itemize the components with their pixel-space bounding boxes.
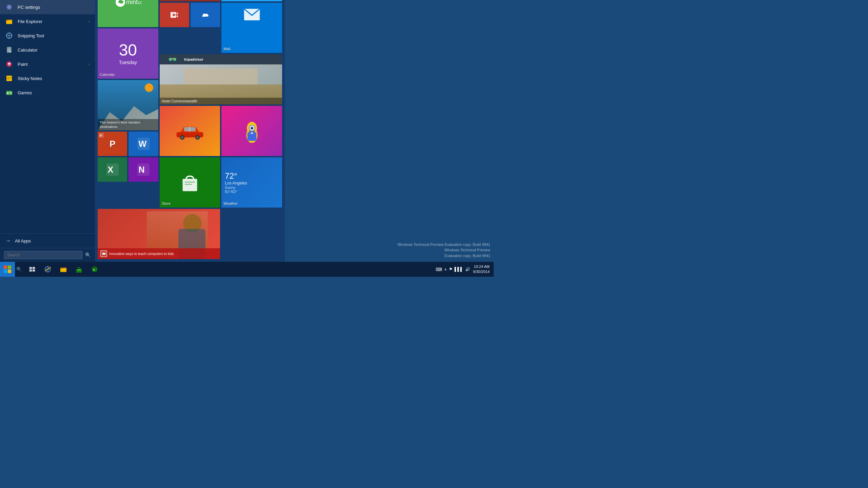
tile-cars[interactable] (160, 106, 220, 156)
svg-rect-95 (185, 184, 192, 184)
svg-rect-46 (7, 93, 9, 94)
menu-item-pc-settings[interactable]: PC settings (0, 0, 95, 14)
svg-rect-97 (33, 267, 35, 269)
svg-rect-32 (7, 51, 8, 52)
store-tile-label: Store (162, 201, 171, 206)
tile-weather[interactable]: 72° Los Angeles Sunny 81°/62° Weather (221, 157, 282, 208)
svg-point-48 (11, 93, 12, 94)
tile-tripadvisor[interactable]: tripadvisor Hotel Commonwealth (160, 54, 282, 104)
tile-onenote[interactable]: N (129, 157, 158, 182)
flag-icon[interactable]: ⚑ (449, 267, 453, 272)
tile-excel[interactable]: X (98, 157, 127, 182)
tile-minions[interactable] (221, 106, 282, 156)
svg-text:mint: mint (126, 0, 138, 5)
taskbar-app-icons: X (25, 262, 102, 277)
taskbar-internet-explorer[interactable] (40, 262, 55, 277)
weather-tile-label: Weather (223, 201, 237, 206)
svg-text:W: W (139, 139, 147, 149)
volume-icon[interactable]: 🔊 (465, 267, 470, 272)
start-menu: Antonio Onio ⏻ Documents (0, 0, 285, 262)
windows-logo (4, 266, 11, 273)
menu-item-sticky-notes[interactable]: Sticky Notes (0, 71, 95, 85)
paint-chevron: › (88, 62, 90, 66)
svg-rect-22 (6, 20, 9, 21)
system-icons: ⌨ ∧ ⚑ ▌▌▌ 🔊 (436, 267, 471, 272)
menu-items-list: Documents Pictures (0, 0, 95, 233)
vacation-tile-label: This Season's Best Vacation Destinations (98, 119, 158, 130)
tile-mail[interactable]: Mail (221, 3, 282, 53)
taskbar: 🔍 (0, 262, 494, 277)
svg-rect-98 (29, 270, 32, 272)
svg-rect-43 (7, 79, 10, 80)
svg-point-62 (172, 58, 173, 60)
taskbar-store[interactable] (72, 262, 86, 277)
svg-rect-94 (185, 182, 195, 182)
all-apps-arrow: → (5, 238, 11, 244)
tile-powerpoint[interactable]: P P (98, 132, 127, 156)
weather-range: 81°/62° (225, 190, 237, 194)
up-arrow-icon[interactable]: ∧ (444, 267, 447, 272)
svg-rect-106 (79, 270, 81, 270)
taskbar-file-explorer[interactable] (56, 262, 71, 277)
tile-calendar[interactable]: 30 Tuesday Calendar (98, 28, 158, 79)
calendar-tile-label: Calendar (100, 73, 115, 77)
svg-rect-73 (189, 127, 190, 132)
taskbar-search-icon: 🔍 (15, 267, 23, 272)
svg-point-47 (10, 92, 11, 93)
svg-rect-99 (33, 270, 35, 272)
tile-reading[interactable]: 📖 Innovative ways to teach computers to … (98, 209, 220, 259)
menu-item-paint[interactable]: Paint › (0, 57, 95, 71)
file-explorer-chevron: › (88, 20, 90, 23)
svg-point-39 (8, 63, 10, 65)
games-icon (5, 89, 13, 96)
taskbar-clock[interactable]: 10:24 AM 9/30/2014 (473, 264, 490, 275)
menu-item-games[interactable]: Games (0, 85, 95, 100)
mail-tile-label: Mail (223, 47, 230, 51)
tile-onedrive[interactable] (191, 3, 220, 27)
reading-tile-label: Innovative ways to teach computers to ki… (109, 252, 174, 256)
weather-temperature: 72° (225, 171, 237, 181)
paint-icon (5, 60, 13, 68)
svg-text:P: P (100, 134, 102, 137)
menu-item-file-explorer[interactable]: File Explorer › (0, 14, 95, 28)
menu-item-calculator[interactable]: Calculator (0, 43, 95, 57)
svg-rect-42 (7, 78, 11, 79)
weather-condition: Sunny (225, 186, 235, 190)
svg-rect-105 (77, 270, 78, 270)
svg-point-20 (8, 6, 10, 8)
svg-rect-34 (10, 51, 11, 52)
svg-text:N: N (139, 165, 145, 174)
svg-rect-104 (76, 269, 82, 273)
svg-rect-33 (9, 51, 10, 52)
svg-point-83 (252, 127, 253, 128)
tile-store[interactable]: Store (160, 157, 220, 208)
tile-word[interactable]: W (129, 132, 158, 156)
taskbar-xbox[interactable]: X (87, 262, 102, 277)
svg-text:.com: .com (137, 0, 141, 5)
taskbar-task-view[interactable] (25, 262, 40, 277)
keyboard-icon[interactable]: ⌨ (436, 267, 442, 272)
desktop: Recycle Bin Welcome to Tech Preview Wind… (0, 0, 494, 277)
start-search-row: 🔍 (0, 248, 95, 262)
svg-point-72 (196, 136, 199, 139)
svg-rect-96 (29, 267, 32, 269)
snipping-tool-icon (5, 32, 13, 39)
svg-rect-57 (177, 13, 178, 15)
tile-people[interactable] (160, 0, 220, 1)
svg-rect-29 (7, 50, 8, 50)
signal-icon[interactable]: ▌▌▌ (455, 267, 463, 272)
tile-twitter[interactable] (221, 0, 282, 1)
weather-city: Los Angeles (225, 181, 247, 186)
start-search-input[interactable] (4, 251, 82, 259)
tile-vacation[interactable]: This Season's Best Vacation Destinations (98, 80, 158, 130)
all-apps-row[interactable]: → All Apps (0, 233, 95, 248)
menu-item-snipping-tool[interactable]: Snipping Tool (0, 28, 95, 43)
start-tiles-panel: S (95, 0, 285, 262)
calendar-day: Tuesday (119, 60, 137, 65)
pc-settings-icon (5, 3, 13, 11)
start-button[interactable] (0, 262, 15, 277)
tile-video[interactable] (160, 3, 189, 27)
watermark: Windows Technical Preview Evaluation cop… (397, 242, 490, 259)
start-search-button[interactable]: 🔍 (85, 252, 91, 258)
tile-mint[interactable]: mint .com (98, 0, 158, 27)
